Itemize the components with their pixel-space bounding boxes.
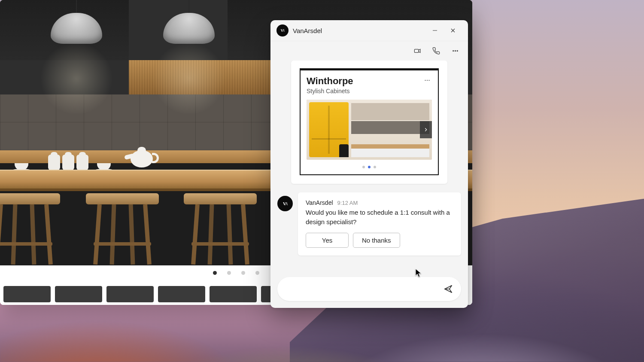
brand-logo: V/\	[276, 24, 289, 37]
card-next-button[interactable]	[420, 121, 432, 138]
svg-rect-4	[414, 49, 419, 53]
gallery-thumb[interactable]	[3, 286, 51, 302]
svg-point-9	[427, 80, 428, 81]
svg-point-10	[428, 80, 429, 81]
gallery-thumb[interactable]	[55, 286, 102, 302]
close-button[interactable]	[444, 22, 462, 39]
audio-call-button[interactable]	[428, 43, 445, 59]
card-pager-dot[interactable]	[362, 166, 365, 168]
reply-yes-button[interactable]: Yes	[306, 233, 349, 248]
gallery-thumb[interactable]	[210, 286, 257, 302]
compose-bar[interactable]	[277, 277, 461, 301]
compose-input[interactable]	[287, 286, 440, 293]
chat-title: VanArsdel	[293, 27, 322, 34]
card-pager[interactable]	[307, 166, 432, 168]
gallery-dot[interactable]	[241, 271, 245, 275]
message-sender: VanArsdel	[306, 199, 333, 206]
gallery-thumb[interactable]	[158, 286, 205, 302]
svg-point-7	[456, 50, 458, 52]
send-button[interactable]	[440, 280, 457, 298]
sender-avatar: V/\	[277, 196, 293, 211]
chat-action-bar	[270, 41, 468, 61]
svg-point-8	[425, 80, 425, 81]
gallery-thumb[interactable]	[106, 286, 154, 302]
svg-text:V/\: V/\	[283, 201, 288, 206]
card-pager-dot[interactable]	[374, 166, 376, 168]
card-pager-dot[interactable]	[368, 166, 371, 168]
svg-text:V/\: V/\	[281, 29, 285, 33]
reply-no-button[interactable]: No thanks	[353, 233, 400, 248]
gallery-dot[interactable]	[227, 271, 231, 275]
more-actions-button[interactable]	[447, 43, 464, 59]
chat-message: V/\ VanArsdel 9:12 AM Would you like me …	[298, 192, 461, 256]
product-card: Winthorpe Stylish Cabinets	[291, 61, 447, 184]
card-more-button[interactable]	[422, 76, 432, 87]
chat-titlebar: V/\ VanArsdel	[270, 20, 468, 41]
minimize-button[interactable]	[426, 22, 444, 39]
card-title: Winthorpe	[307, 76, 353, 87]
video-call-button[interactable]	[409, 43, 426, 59]
chat-window: V/\ VanArsdel Winthorpe Stylis	[270, 20, 468, 308]
card-image[interactable]	[307, 100, 432, 160]
card-subtitle: Stylish Cabinets	[307, 88, 353, 94]
svg-point-5	[453, 50, 454, 52]
message-text: Would you like me to schedule a 1:1 cons…	[306, 208, 453, 227]
gallery-dot[interactable]	[213, 271, 217, 275]
message-time: 9:12 AM	[337, 200, 358, 206]
svg-point-6	[455, 50, 456, 52]
gallery-dot[interactable]	[255, 271, 259, 275]
chat-body: Winthorpe Stylish Cabinets	[270, 61, 468, 273]
